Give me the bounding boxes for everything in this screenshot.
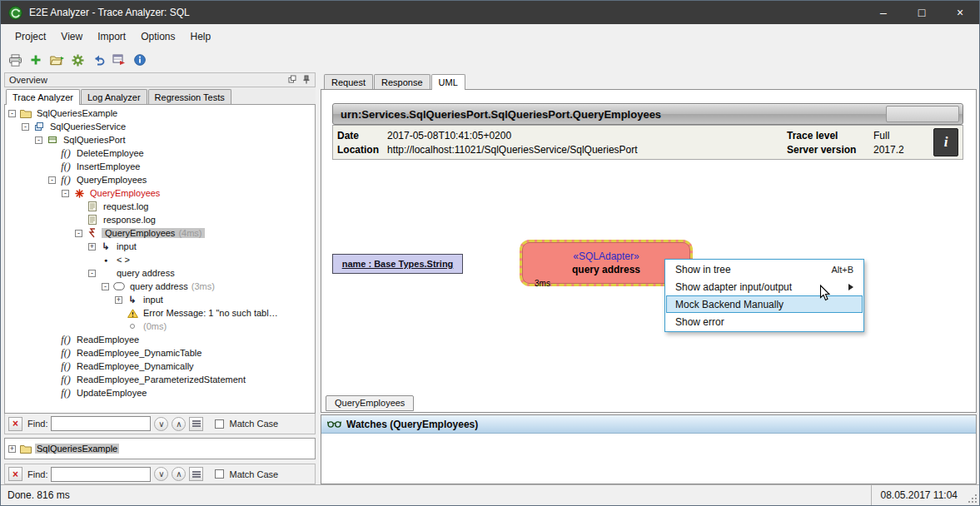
expand-toggle[interactable]: + — [8, 445, 16, 453]
menu-item-shortcut: Alt+B — [831, 265, 853, 275]
trace-info-bar: Date 2017-05-08T10:41:05+0200 Location h… — [332, 125, 963, 160]
tab-request[interactable]: Request — [324, 74, 373, 89]
tree-input-icon: ↳ — [99, 241, 112, 252]
toolbar-export-trace-icon[interactable] — [110, 51, 128, 69]
overview-tabs: Trace AnalyzerLog AnalyzerRegression Tes… — [4, 87, 316, 105]
tree-item[interactable]: -QueryEmployees(4ms) — [5, 226, 315, 240]
tab-log-analyzer[interactable]: Log Analyzer — [81, 89, 147, 104]
match-case-label: Match Case — [229, 419, 278, 429]
tree-item[interactable]: Error Message: 1 "no such tabl… — [5, 306, 315, 320]
find-bar-bottom: ×Find:∨∧Match Case — [4, 464, 316, 484]
menu-options[interactable]: Options — [133, 27, 182, 47]
menu-project[interactable]: Project — [7, 27, 53, 47]
expand-toggle[interactable]: - — [102, 283, 109, 290]
pin-panel-icon[interactable] — [302, 75, 311, 86]
tree-item[interactable]: f()ReadEmployee_DynamicTable — [5, 346, 315, 360]
find-options-icon[interactable] — [189, 467, 203, 481]
expand-toggle[interactable]: - — [48, 176, 56, 184]
menu-item-label: Show in tree — [675, 264, 831, 275]
overview-panel: Overview Trace AnalyzerLog AnalyzerRegre… — [4, 72, 316, 484]
find-options-icon[interactable] — [189, 417, 203, 431]
find-label: Find: — [27, 469, 47, 479]
tree-item[interactable]: +↳input — [5, 293, 315, 306]
menu-item-show-error[interactable]: Show error — [666, 313, 863, 330]
tree-item[interactable]: -query address — [5, 266, 315, 280]
tree-activity-icon — [112, 282, 126, 290]
tree-item[interactable]: +↳input — [5, 240, 315, 253]
find-previous-button[interactable]: ∧ — [172, 467, 186, 481]
tree-item[interactable]: f()InsertEmployee — [5, 160, 315, 173]
info-button[interactable]: i — [933, 128, 958, 156]
tree-item[interactable]: -SqlQueriesService — [5, 120, 315, 133]
toolbar-undo-icon[interactable] — [89, 51, 107, 69]
maximize-button[interactable]: □ — [903, 1, 941, 24]
expand-toggle[interactable]: + — [88, 243, 96, 251]
toolbar-print-icon[interactable] — [6, 51, 24, 69]
menu-view[interactable]: View — [53, 27, 90, 47]
toolbar-info-icon[interactable] — [131, 51, 149, 69]
tree-item[interactable]: ●< > — [5, 253, 315, 266]
tree-item[interactable]: f()ReadEmployee_Dynamically — [5, 360, 315, 373]
find-input[interactable] — [51, 416, 151, 431]
tree-function-icon: f() — [59, 334, 72, 346]
tree-item-label: QueryEmployees — [88, 188, 162, 198]
tree-item[interactable]: (0ms) — [5, 320, 315, 333]
tree-item[interactable]: f()UpdateEmployee — [5, 386, 315, 399]
tab-uml[interactable]: UML — [431, 74, 465, 90]
tree-item[interactable]: request.log — [5, 200, 315, 213]
explorer-root-label[interactable]: SqlQueriesExample — [35, 444, 119, 454]
find-next-button[interactable]: ∨ — [154, 467, 168, 481]
expand-toggle[interactable]: - — [88, 270, 96, 277]
close-find-button[interactable]: × — [8, 467, 22, 481]
tab-trace-analyzer[interactable]: Trace Analyzer — [6, 89, 80, 105]
tree-item[interactable]: -f()QueryEmployees — [5, 173, 315, 186]
status-bar: Done. 816 ms 08.05.2017 11:04 — [1, 484, 979, 505]
find-input[interactable] — [51, 467, 151, 482]
tree-item-label: Error Message: 1 "no such tabl… — [142, 308, 280, 318]
trace-tree: -SqlQueriesExample-SqlQueriesService-Sql… — [4, 105, 316, 414]
tree-item-label: query address — [128, 281, 190, 291]
close-button[interactable]: × — [941, 1, 979, 24]
match-case-checkbox[interactable] — [215, 469, 224, 479]
toolbar-settings-icon[interactable] — [68, 51, 87, 69]
tree-selection: QueryEmployees(4ms) — [102, 228, 205, 238]
tree-item[interactable]: -query address(3ms) — [5, 280, 315, 293]
menu-item-mock-backend-manually[interactable]: Mock Backend Manually — [666, 295, 863, 313]
tree-item[interactable]: -QueryEmployees — [5, 186, 315, 200]
tree-item[interactable]: response.log — [5, 213, 315, 226]
menu-item-show-in-tree[interactable]: Show in treeAlt+B — [666, 260, 863, 278]
expand-toggle[interactable]: - — [75, 230, 82, 237]
find-next-button[interactable]: ∨ — [154, 417, 168, 431]
expand-toggle[interactable]: - — [62, 190, 69, 197]
input-param-node[interactable]: name : Base Types.String — [332, 254, 463, 274]
find-previous-button[interactable]: ∧ — [172, 417, 186, 431]
close-find-button[interactable]: × — [8, 417, 22, 431]
tree-item[interactable]: f()ReadEmployee — [5, 333, 315, 346]
toolbar-new-icon[interactable] — [27, 51, 45, 69]
watches-content[interactable] — [321, 434, 976, 484]
trace-level-label: Trace level — [787, 130, 873, 141]
resize-grip[interactable] — [966, 485, 979, 505]
find-bar-top: ×Find:∨∧Match Case — [4, 414, 316, 434]
tab-regression-tests[interactable]: Regression Tests — [148, 89, 231, 104]
tab-queryemployees[interactable]: QueryEmployees — [326, 395, 414, 411]
toolbar-open-icon[interactable] — [47, 51, 66, 69]
expand-toggle[interactable]: - — [22, 123, 29, 131]
match-case-checkbox[interactable] — [215, 419, 224, 429]
tree-item[interactable]: f()DeleteEmployee — [5, 146, 315, 160]
menu-item-show-adapter-input-output[interactable]: Show adapter input/output — [666, 278, 863, 295]
tree-function-icon: f() — [59, 174, 72, 186]
float-panel-icon[interactable] — [288, 75, 296, 85]
expand-toggle[interactable]: + — [115, 296, 122, 304]
menu-import[interactable]: Import — [90, 27, 133, 47]
expand-toggle[interactable]: - — [8, 110, 16, 117]
expand-toggle[interactable]: - — [35, 136, 42, 144]
minimize-button[interactable]: – — [864, 1, 903, 24]
tree-item[interactable]: -SqlQueriesExample — [5, 107, 315, 120]
tree-item[interactable]: f()ReadEmployee_ParameterizedStatement — [5, 373, 315, 386]
tab-response[interactable]: Response — [374, 74, 430, 89]
tree-item[interactable]: -SqlQueriesPort — [5, 133, 315, 146]
tree-folder-icon — [19, 109, 32, 118]
location-label: Location — [337, 144, 387, 156]
menu-help[interactable]: Help — [183, 27, 219, 47]
